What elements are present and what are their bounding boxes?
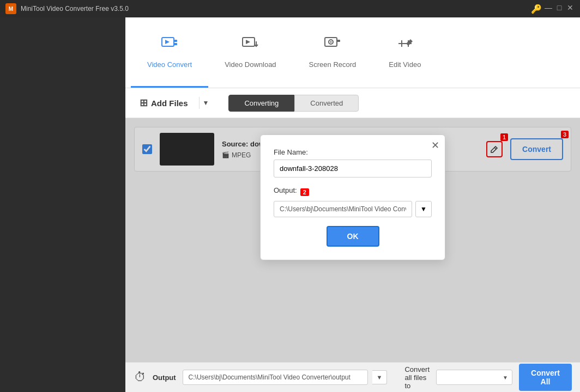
add-files-dropdown[interactable]: ▼ bbox=[199, 97, 213, 109]
dialog-output-row: ▼ bbox=[274, 201, 432, 217]
svg-marker-14 bbox=[406, 39, 413, 46]
bottom-output-dropdown[interactable]: ▼ bbox=[372, 370, 388, 384]
dialog-output-dropdown[interactable]: ▼ bbox=[415, 201, 432, 217]
tab-screen-record-label: Screen Record bbox=[309, 60, 357, 69]
dialog-output-input[interactable] bbox=[274, 201, 412, 217]
maximize-button[interactable]: □ bbox=[555, 4, 564, 11]
nav-tabs: Video Convert Video Download bbox=[125, 17, 580, 88]
convert-all-button[interactable]: Convert All bbox=[519, 364, 572, 391]
bottom-bar: ⏱ Output ▼ Convert all files to Convert … bbox=[125, 362, 580, 392]
dialog-overlay: ✕ File Name: Output: 2 ▼ OK bbox=[125, 118, 580, 362]
svg-rect-3 bbox=[174, 43, 177, 45]
add-files-button[interactable]: ⊞ Add Files bbox=[134, 94, 194, 112]
main-container: Video Convert Video Download bbox=[0, 17, 580, 392]
dialog-filename-label: File Name: bbox=[274, 148, 432, 156]
svg-rect-10 bbox=[337, 40, 340, 42]
video-convert-icon bbox=[161, 35, 178, 56]
file-list-area: Source: downfall-3-208028 🎬 MPEG ⏱ 00:00… bbox=[125, 118, 580, 362]
minimize-button[interactable]: — bbox=[544, 4, 553, 11]
tab-video-download-label: Video Download bbox=[225, 60, 276, 69]
clock-icon: ⏱ bbox=[134, 370, 146, 384]
dialog: ✕ File Name: Output: 2 ▼ OK bbox=[260, 134, 445, 260]
key-icon[interactable]: 🔑 bbox=[531, 4, 542, 14]
converting-tab[interactable]: Converting bbox=[228, 95, 294, 112]
convert-all-select[interactable] bbox=[436, 370, 512, 385]
sidebar bbox=[0, 17, 125, 392]
sub-tabs: Converting Converted bbox=[228, 95, 359, 112]
close-window-button[interactable]: ✕ bbox=[566, 4, 575, 11]
bottom-output-input[interactable] bbox=[183, 370, 368, 385]
tab-edit-video[interactable]: Edit Video bbox=[372, 17, 437, 88]
dialog-ok-button[interactable]: OK bbox=[327, 226, 379, 247]
bottom-output-label: Output bbox=[153, 373, 176, 382]
dialog-filename-input[interactable] bbox=[274, 160, 432, 177]
tab-video-convert[interactable]: Video Convert bbox=[131, 17, 208, 88]
tab-video-convert-label: Video Convert bbox=[147, 60, 192, 69]
title-bar-left: M MiniTool Video Converter Free v3.5.0 bbox=[5, 3, 129, 14]
toolbar: ⊞ Add Files ▼ Converting Converted bbox=[125, 88, 580, 118]
sidebar-logo bbox=[0, 17, 125, 88]
output-number-badge: 2 bbox=[300, 188, 309, 196]
svg-marker-5 bbox=[246, 40, 250, 44]
edit-video-icon bbox=[396, 35, 414, 56]
add-files-label: Add Files bbox=[151, 99, 188, 108]
tab-screen-record[interactable]: Screen Record bbox=[293, 17, 373, 88]
video-download-icon bbox=[241, 35, 259, 56]
convert-all-label: Convert all files to bbox=[404, 365, 430, 390]
tab-video-download[interactable]: Video Download bbox=[208, 17, 292, 88]
content-area: Video Convert Video Download bbox=[125, 17, 580, 392]
title-bar-controls: 🔑 — □ ✕ bbox=[531, 4, 575, 14]
convert-all-select-wrap bbox=[436, 370, 512, 385]
add-files-icon: ⊞ bbox=[140, 97, 148, 109]
dialog-close-button[interactable]: ✕ bbox=[431, 140, 439, 150]
svg-rect-2 bbox=[174, 40, 177, 42]
title-bar: M MiniTool Video Converter Free v3.5.0 🔑… bbox=[0, 0, 580, 17]
dialog-output-label: Output: bbox=[274, 186, 297, 194]
app-title: MiniTool Video Converter Free v3.5.0 bbox=[21, 5, 129, 13]
app-logo: M bbox=[5, 3, 16, 14]
converted-tab[interactable]: Converted bbox=[294, 95, 359, 112]
screen-record-icon bbox=[324, 35, 341, 56]
svg-marker-1 bbox=[165, 40, 170, 44]
tab-edit-video-label: Edit Video bbox=[389, 60, 421, 69]
svg-point-9 bbox=[330, 41, 331, 43]
